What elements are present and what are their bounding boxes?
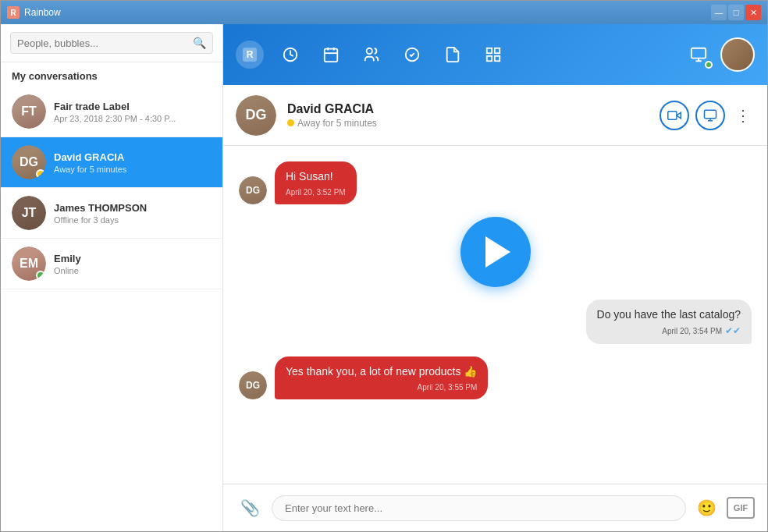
msg-time-2: April 20, 3:54 PM ✔✔ xyxy=(597,325,741,336)
chat-status-dot xyxy=(287,119,294,126)
minimize-button[interactable]: — xyxy=(711,5,727,20)
message-row-3: DG Yes thank you, a lot of new products … xyxy=(239,356,752,399)
topbar-nav: R xyxy=(236,41,669,69)
msg-text-2: Do you have the last catalog? xyxy=(597,307,741,323)
avatar-emily: EM xyxy=(12,246,46,281)
conv-info-fair-trade: Fair trade Label Apr 23, 2018 2:30 PM - … xyxy=(54,101,212,123)
msg-time-3: April 20, 3:55 PM xyxy=(286,383,477,392)
conv-item-fair-trade[interactable]: FT Fair trade Label Apr 23, 2018 2:30 PM… xyxy=(1,87,222,137)
conversations-header: My conversations xyxy=(1,62,222,87)
msg-avatar-face-3: DG xyxy=(239,371,267,399)
avatar-david-gracia: DG xyxy=(12,145,46,179)
search-icon: 🔍 xyxy=(193,37,206,49)
msg-bubble-3: Yes thank you, a lot of new products 👍 A… xyxy=(275,356,488,399)
msg-bubble-1: Hi Susan! April 20, 3:52 PM xyxy=(275,161,357,204)
svg-text:R: R xyxy=(247,49,254,60)
msg-text-1: Hi Susan! xyxy=(286,169,346,185)
svg-rect-12 xyxy=(495,56,500,61)
conv-item-james[interactable]: JT James THOMPSON Offline for 3 days xyxy=(1,188,222,239)
conv-item-david-gracia[interactable]: DG David GRACIA Away for 5 minutes xyxy=(1,137,222,188)
conv-name-emily: Emily xyxy=(54,253,212,264)
nav-icon-people[interactable] xyxy=(357,41,386,69)
chat-messages: DG Hi Susan! April 20, 3:52 PM Do you ha… xyxy=(223,146,767,484)
avatar-fair-trade: FT xyxy=(12,94,46,129)
chat-header-name: David GRACIA xyxy=(287,102,649,116)
avatar-james: JT xyxy=(12,196,46,230)
nav-icon-rainbow[interactable]: R xyxy=(236,41,264,69)
chat-input-bar: 📎 🙂 GIF xyxy=(223,484,767,531)
main-area: 🔍 My conversations FT Fair trade Label A… xyxy=(1,24,767,531)
message-row-2: Do you have the last catalog? April 20, … xyxy=(239,300,752,345)
conversation-list: FT Fair trade Label Apr 23, 2018 2:30 PM… xyxy=(1,87,222,531)
app-window: R Rainbow — □ ✕ 🔍 My conversations xyxy=(0,0,768,532)
svg-rect-15 xyxy=(668,111,677,119)
conv-sub-fair-trade: Apr 23, 2018 2:30 PM - 4:30 P... xyxy=(54,114,212,123)
titlebar: R Rainbow — □ ✕ xyxy=(1,1,767,24)
svg-point-7 xyxy=(367,48,372,54)
more-options-button[interactable]: ⋮ xyxy=(731,104,755,127)
msg-avatar-3: DG xyxy=(239,371,267,399)
app-title: Rainbow xyxy=(24,7,61,18)
svg-rect-9 xyxy=(487,48,492,53)
conv-name-fair-trade: Fair trade Label xyxy=(54,101,212,112)
search-bar: 🔍 xyxy=(1,24,222,62)
msg-time-2-text: April 20, 3:54 PM xyxy=(662,327,722,335)
avatar-face-fair-trade: FT xyxy=(12,94,46,129)
user-avatar[interactable] xyxy=(720,37,755,72)
search-input-wrap[interactable]: 🔍 xyxy=(10,32,213,54)
msg-text-3: Yes thank you, a lot of new products 👍 xyxy=(286,364,477,380)
svg-marker-14 xyxy=(677,112,681,119)
video-call-button[interactable] xyxy=(660,101,689,130)
conv-info-james: James THOMPSON Offline for 3 days xyxy=(54,202,212,225)
conv-name-james: James THOMPSON xyxy=(54,202,212,214)
screen-share-button[interactable] xyxy=(695,101,725,130)
attach-button[interactable]: 📎 xyxy=(236,494,264,522)
conv-info-david: David GRACIA Away for 5 minutes xyxy=(54,151,212,174)
emoji-button[interactable]: 🙂 xyxy=(694,495,719,520)
titlebar-controls: — □ ✕ xyxy=(711,5,761,20)
conv-info-emily: Emily Online xyxy=(54,253,212,275)
msg-bubble-2: Do you have the last catalog? April 20, … xyxy=(586,300,752,345)
maximize-button[interactable]: □ xyxy=(728,5,744,20)
svg-rect-16 xyxy=(705,110,716,119)
gif-button[interactable]: GIF xyxy=(727,497,755,519)
message-row-1: DG Hi Susan! April 20, 3:52 PM xyxy=(239,161,752,204)
conv-sub-james: Offline for 3 days xyxy=(54,215,212,225)
chat-header-avatar: DG xyxy=(236,95,276,136)
sidebar: 🔍 My conversations FT Fair trade Label A… xyxy=(1,24,223,531)
message-input[interactable] xyxy=(272,495,686,521)
search-input[interactable] xyxy=(17,37,188,49)
chat-header-info: David GRACIA Away for 5 minutes xyxy=(287,102,649,129)
msg-avatar-face-1: DG xyxy=(239,176,267,204)
nav-icon-document[interactable] xyxy=(439,41,467,69)
read-receipt-icon: ✔✔ xyxy=(725,325,741,336)
chat-column: R xyxy=(223,24,767,531)
conv-sub-emily: Online xyxy=(54,266,212,275)
svg-rect-13 xyxy=(692,48,706,59)
svg-rect-3 xyxy=(325,49,338,62)
chat-header-avatar-face: DG xyxy=(236,95,276,136)
monitor-online-dot xyxy=(705,61,713,69)
nav-icon-monitor[interactable] xyxy=(684,41,713,69)
video-overlay xyxy=(239,217,752,287)
chat-header-actions: ⋮ xyxy=(660,101,755,130)
titlebar-left: R Rainbow xyxy=(7,6,61,19)
conv-sub-david: Away for 5 minutes xyxy=(54,165,212,174)
status-dot-emily xyxy=(36,271,45,280)
nav-icon-check[interactable] xyxy=(398,41,426,69)
svg-rect-10 xyxy=(495,48,500,53)
avatar-face-james: JT xyxy=(12,196,46,230)
svg-rect-11 xyxy=(487,56,492,61)
video-play-button[interactable] xyxy=(460,217,531,287)
msg-time-1: April 20, 3:52 PM xyxy=(286,188,346,197)
app-icon: R xyxy=(7,6,20,19)
conv-name-david: David GRACIA xyxy=(54,151,212,163)
nav-icon-calendar[interactable] xyxy=(317,41,345,69)
nav-icon-clock[interactable] xyxy=(276,41,304,69)
nav-icon-grid[interactable] xyxy=(479,41,507,69)
conv-item-emily[interactable]: EM Emily Online xyxy=(1,239,222,289)
status-dot-david xyxy=(36,169,45,179)
topbar: R xyxy=(223,24,767,85)
close-button[interactable]: ✕ xyxy=(745,5,761,20)
topbar-right xyxy=(684,37,755,72)
